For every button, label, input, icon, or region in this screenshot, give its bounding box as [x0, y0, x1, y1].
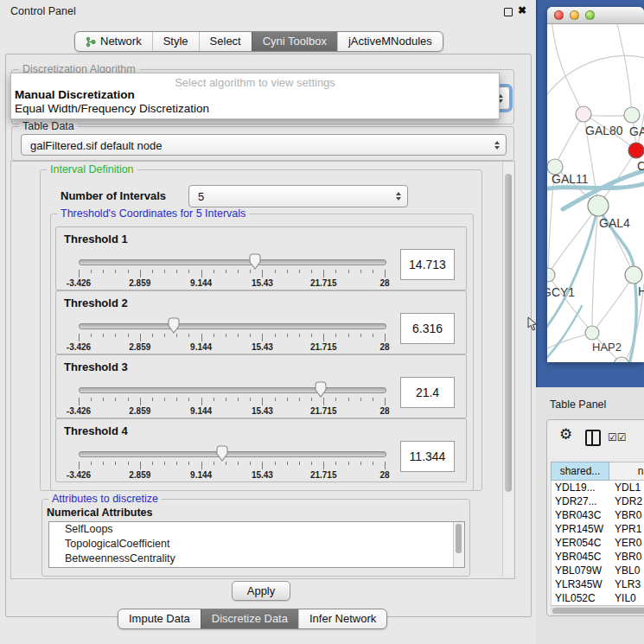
threshold-block: Threshold 3-3.4262.8599.14415.4321.71528…: [55, 354, 467, 418]
slider-track[interactable]: [79, 387, 386, 393]
threshold-block: Threshold 4-3.4262.8599.14415.4321.71528…: [55, 418, 467, 482]
control-panel: Control Panel ✖ Network Style Select Cyn…: [0, 0, 536, 644]
slider-track[interactable]: [79, 259, 386, 265]
tab-jactivemnodules[interactable]: jActiveMNodules: [337, 32, 443, 51]
table-row[interactable]: YDL19...YDL1: [552, 481, 644, 494]
network-node[interactable]: [588, 195, 609, 216]
network-node-label: GCY1: [547, 285, 575, 299]
scrollbar-thumb[interactable]: [552, 608, 644, 614]
table-data-combobox[interactable]: galFiltered.sif default node: [21, 134, 507, 156]
network-node[interactable]: [624, 107, 640, 123]
table-row[interactable]: YBR045CYBR0: [552, 550, 644, 564]
number-of-intervals-combobox[interactable]: 5: [188, 185, 408, 207]
network-node[interactable]: [547, 268, 555, 282]
threshold-slider[interactable]: -3.4262.8599.14415.4321.71528: [79, 253, 385, 288]
numerical-attributes-header: Numerical Attributes: [47, 507, 152, 519]
table-row[interactable]: YBR043CYBR0: [552, 508, 644, 522]
threshold-value-field[interactable]: 11.344: [400, 441, 455, 472]
network-node[interactable]: [585, 326, 599, 340]
network-edge[interactable]: [555, 114, 583, 167]
column-header-shared-name[interactable]: shared...: [551, 462, 609, 481]
tab-impute-data[interactable]: Impute Data: [118, 609, 201, 628]
slider-ticks: [79, 334, 385, 342]
tab-cyni-toolbox[interactable]: Cyni Toolbox: [252, 32, 337, 51]
tab-network[interactable]: Network: [75, 32, 152, 51]
tab-label: jActiveMNodules: [348, 32, 432, 51]
table-row[interactable]: YIL052CYIL0: [552, 591, 644, 605]
close-icon[interactable]: ✖: [518, 4, 526, 16]
column-header-name[interactable]: na: [609, 462, 644, 481]
slider-tick-labels: -3.4262.8599.14415.4321.71528: [79, 342, 385, 353]
table-row[interactable]: YER054CYER0: [552, 536, 644, 550]
network-node[interactable]: [625, 266, 642, 284]
list-scrollbar[interactable]: [453, 522, 464, 567]
network-node[interactable]: [628, 143, 644, 158]
table-panel-box: ⚙ ☑☑ shared... na YDL19...YDL1YDR27...YD…: [546, 419, 644, 616]
popup-item-manual-discretization[interactable]: Manual Discretization: [15, 88, 135, 101]
network-edge[interactable]: [547, 56, 644, 106]
network-icon: [86, 36, 96, 48]
cytoscape-desktop: GAL80GACGAL11GAL4GCY1HHAP2: [536, 0, 644, 393]
slider-track[interactable]: [79, 451, 386, 457]
table-row[interactable]: YBL079WYBL0: [552, 564, 644, 577]
zoom-traffic-light-icon[interactable]: [585, 10, 595, 20]
cyni-bottom-tabs: Impute Data Discretize Data Infer Networ…: [118, 609, 387, 629]
thresholds-group-label: Threshold's Coordinates for 5 Intervals: [57, 208, 249, 220]
tab-discretize-data[interactable]: Discretize Data: [201, 609, 298, 628]
slider-ticks: [79, 398, 385, 406]
popup-hint: Select algorithm to view settings: [11, 76, 499, 89]
slider-thumb[interactable]: [314, 381, 327, 398]
tab-infer-network[interactable]: Infer Network: [298, 609, 386, 628]
slider-track[interactable]: [79, 323, 386, 329]
scrollbar-thumb[interactable]: [456, 524, 462, 553]
threshold-block: Threshold 1-3.4262.8599.14415.4321.71528…: [55, 226, 467, 290]
scrollbar-thumb[interactable]: [505, 174, 512, 492]
threshold-value-field[interactable]: 6.316: [400, 313, 455, 344]
network-edge[interactable]: [616, 24, 632, 115]
threshold-slider[interactable]: -3.4262.8599.14415.4321.71528: [79, 445, 385, 480]
network-edge[interactable]: [592, 275, 634, 333]
tab-style[interactable]: Style: [152, 32, 199, 51]
network-view-window[interactable]: GAL80GACGAL11GAL4GCY1HHAP2: [547, 7, 644, 362]
threshold-slider[interactable]: -3.4262.8599.14415.4321.71528: [79, 381, 385, 416]
network-edge[interactable]: [552, 24, 583, 114]
popup-item-equal-width-frequency[interactable]: Equal Width/Frequency Discretization: [15, 102, 209, 115]
minimize-traffic-light-icon[interactable]: [570, 10, 579, 20]
apply-button[interactable]: Apply: [232, 581, 290, 601]
threshold-value-field[interactable]: 21.4: [400, 377, 455, 408]
network-edge-highlighted[interactable]: [547, 306, 582, 362]
threshold-value-field[interactable]: 14.713: [400, 249, 455, 280]
slider-thumb[interactable]: [216, 445, 229, 462]
slider-ticks: [79, 462, 385, 470]
table-row[interactable]: YLR345WYLR3: [552, 577, 644, 591]
threshold-block: Threshold 2-3.4262.8599.14415.4321.71528…: [55, 290, 467, 354]
slider-thumb[interactable]: [167, 317, 180, 334]
close-traffic-light-icon[interactable]: [554, 10, 564, 20]
list-item[interactable]: SelfLoops: [49, 522, 464, 537]
settings-vertical-scrollbar[interactable]: [502, 162, 513, 577]
list-item[interactable]: BetweennessCentrality: [49, 552, 464, 566]
select-columns-icon[interactable]: ☑☑: [608, 431, 627, 443]
network-canvas[interactable]: GAL80GACGAL11GAL4GCY1HHAP2: [547, 24, 644, 362]
network-node[interactable]: [576, 106, 591, 122]
attr-items: SelfLoopsTopologicalCoefficientBetweenne…: [49, 522, 464, 566]
tab-label: Discretize Data: [212, 609, 288, 628]
network-edge[interactable]: [548, 206, 598, 275]
table-horizontal-scrollbar[interactable]: [551, 605, 644, 615]
numerical-attributes-list[interactable]: SelfLoopsTopologicalCoefficientBetweenne…: [48, 521, 465, 568]
table-row[interactable]: YPR145WYPR1: [552, 522, 644, 536]
tab-select[interactable]: Select: [199, 32, 252, 51]
network-node-label: GAL4: [599, 216, 630, 230]
slider-thumb[interactable]: [249, 253, 262, 270]
table-panel: Table Panel ⚙ ☑☑ shared... na YDL19...YD…: [536, 387, 644, 644]
float-window-icon[interactable]: [504, 8, 513, 16]
tab-label: Network: [100, 32, 142, 51]
list-item[interactable]: TopologicalCoefficient: [49, 537, 464, 552]
network-edge[interactable]: [548, 275, 592, 333]
threshold-slider[interactable]: -3.4262.8599.14415.4321.71528: [79, 317, 385, 352]
gear-icon[interactable]: ⚙: [559, 425, 572, 443]
cell-name: YPR1: [609, 523, 644, 535]
cell-shared-name: YBR045C: [552, 551, 609, 563]
split-columns-icon[interactable]: [585, 430, 601, 446]
table-row[interactable]: YDR27...YDR2: [552, 494, 644, 508]
